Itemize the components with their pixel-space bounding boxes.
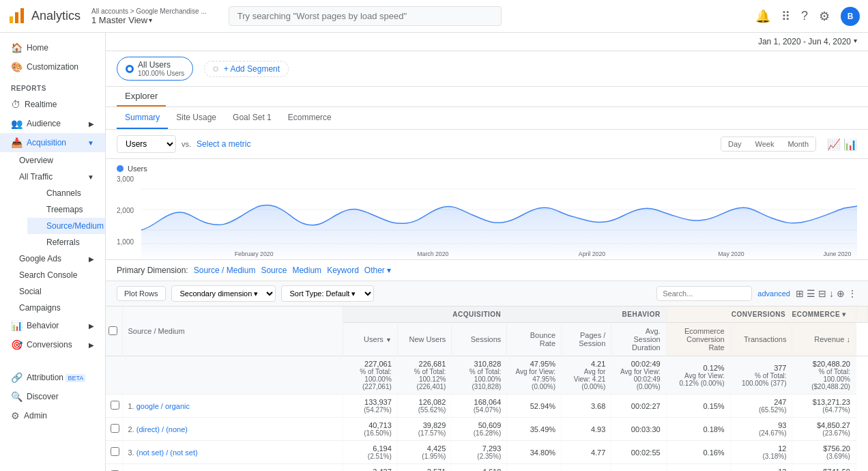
table-icon-pivot[interactable]: ⊟ xyxy=(818,288,826,299)
logo-area: Analytics xyxy=(8,7,81,26)
row-checkbox-2[interactable] xyxy=(106,441,122,464)
settings-icon[interactable]: ⚙ xyxy=(819,9,830,24)
discover-icon: 🔍 xyxy=(11,391,23,402)
sidebar-label-conversions: Conversions xyxy=(27,340,72,349)
sidebar-item-google-ads[interactable]: Google Ads ▶ xyxy=(0,251,105,267)
sidebar-item-acquisition[interactable]: 📥 Acquisition ▼ xyxy=(0,133,105,152)
metric-primary-dropdown[interactable]: Users Sessions xyxy=(117,135,176,153)
plot-rows-button[interactable]: Plot Rows xyxy=(117,286,166,301)
dim-keyword[interactable]: Keyword xyxy=(327,266,359,275)
dim-source[interactable]: Source xyxy=(261,266,287,275)
sidebar-item-realtime[interactable]: ⏱ Realtime xyxy=(0,95,105,114)
sidebar-item-referrals[interactable]: Referrals xyxy=(27,234,105,251)
segment-percent: 100.00% Users xyxy=(138,70,184,77)
th-transactions[interactable]: Transactions xyxy=(730,323,792,356)
row-revenue-3: $741.50 (3.62%) xyxy=(792,464,856,472)
bar-chart-icon[interactable]: 📊 xyxy=(843,138,857,151)
source-link-1[interactable]: (direct) / (none) xyxy=(136,425,188,433)
svg-text:February 2020: February 2020 xyxy=(235,251,274,257)
row-checkbox-0[interactable] xyxy=(106,395,122,418)
primary-dim-label: Primary Dimension: xyxy=(117,266,188,275)
conversions-expand-icon: ▶ xyxy=(89,341,94,349)
row-users-0: 133,937 (54.27%) xyxy=(343,395,398,418)
row-checkbox-3[interactable] xyxy=(106,464,122,472)
sidebar-item-customization[interactable]: 🎨 Customization xyxy=(0,57,105,76)
sidebar-item-discover[interactable]: 🔍 Discover xyxy=(0,387,105,406)
sidebar-item-social[interactable]: Social xyxy=(0,283,105,300)
th-sessions[interactable]: Sessions xyxy=(452,323,507,356)
table-icon-share[interactable]: ⊕ xyxy=(837,288,845,299)
dim-other[interactable]: Other ▾ xyxy=(364,266,391,275)
dim-medium[interactable]: Medium xyxy=(292,266,321,275)
th-new-users[interactable]: New Users xyxy=(397,323,452,356)
row-new-users-0: 126,082 (55.62%) xyxy=(397,395,452,418)
view-selector[interactable]: 1 Master View ▾ xyxy=(91,15,207,25)
sidebar-item-campaigns[interactable]: Campaigns xyxy=(0,300,105,316)
segment-chip-all-users[interactable]: All Users 100.00% Users xyxy=(117,57,193,81)
table-icon-grid[interactable]: ⊞ xyxy=(796,288,804,299)
source-link-2[interactable]: (not set) / (not set) xyxy=(136,448,198,457)
primary-dimension-row: Primary Dimension: Source / Medium Sourc… xyxy=(106,260,868,281)
tab-goal-set[interactable]: Goal Set 1 xyxy=(225,107,280,129)
conversions-dropdown[interactable]: eCommerce ▾ xyxy=(788,309,850,319)
notification-icon[interactable]: 🔔 xyxy=(755,9,770,24)
analytics-logo xyxy=(8,7,27,26)
sidebar-item-source-medium[interactable]: Source/Medium xyxy=(27,218,105,234)
segment-dot xyxy=(126,65,134,73)
sidebar-item-treemaps[interactable]: Treemaps xyxy=(27,201,105,218)
table-row: 2. (direct) / (none) 40,713 (16.50%) 39,… xyxy=(106,418,868,441)
total-revenue: $20,488.20 % of Total: 100.00% ($20,488.… xyxy=(792,356,856,395)
row-ecomm-rate-2: 0.16% xyxy=(666,441,730,464)
time-btn-month[interactable]: Month xyxy=(781,137,815,151)
date-range-arrow[interactable]: ▾ xyxy=(854,37,857,46)
sidebar-item-conversions[interactable]: 🎯 Conversions ▶ xyxy=(0,335,105,354)
source-link-0[interactable]: google / organic xyxy=(136,402,190,410)
line-chart-icon[interactable]: 📈 xyxy=(827,138,841,151)
sidebar-item-search-console[interactable]: Search Console xyxy=(0,267,105,283)
th-revenue[interactable]: Revenue ↓ xyxy=(792,323,856,356)
apps-icon[interactable]: ⠿ xyxy=(781,9,790,24)
sidebar-item-all-traffic[interactable]: All Traffic ▼ xyxy=(0,169,105,185)
row-source-3: 4. google / cpc xyxy=(122,464,343,472)
sidebar-item-overview[interactable]: Overview xyxy=(0,152,105,169)
row-pages-1: 4.93 xyxy=(562,418,611,441)
sidebar-item-home[interactable]: 🏠 Home xyxy=(0,38,105,57)
th-pages-session[interactable]: Pages / Session xyxy=(562,323,611,356)
secondary-dim-select[interactable]: Secondary dimension ▾ xyxy=(171,285,276,302)
th-ecommerce-rate[interactable]: Ecommerce Conversion Rate xyxy=(666,323,730,356)
avatar[interactable]: B xyxy=(841,7,860,26)
th-bounce-rate[interactable]: Bounce Rate xyxy=(507,323,562,356)
th-avg-session[interactable]: Avg. Session Duration xyxy=(611,323,666,356)
tab-site-usage[interactable]: Site Usage xyxy=(168,107,225,129)
table-icon-more[interactable]: ⋮ xyxy=(848,288,857,299)
tab-explorer[interactable]: Explorer xyxy=(117,87,166,106)
row-users-3: 3,427 (1.39%) xyxy=(343,464,398,472)
sidebar-item-attribution[interactable]: 🔗 Attribution BETA xyxy=(0,368,105,387)
date-range[interactable]: Jan 1, 2020 - Jun 4, 2020 xyxy=(758,37,851,46)
sidebar-item-admin[interactable]: ⚙ Admin xyxy=(0,406,105,425)
table-icon-list[interactable]: ☰ xyxy=(807,288,815,299)
select-metric-link[interactable]: Select a metric xyxy=(197,139,250,149)
help-icon[interactable]: ? xyxy=(801,9,808,23)
add-segment-dot xyxy=(213,66,218,72)
time-btn-day[interactable]: Day xyxy=(721,137,749,151)
sort-type-select[interactable]: Sort Type: Default ▾ xyxy=(281,285,374,302)
segment-info: All Users 100.00% Users xyxy=(138,60,184,77)
reports-header: REPORTS xyxy=(0,79,105,95)
search-input[interactable] xyxy=(229,6,502,26)
sidebar-item-audience[interactable]: 👥 Audience ▶ xyxy=(0,114,105,133)
sidebar-item-behavior[interactable]: 📊 Behavior ▶ xyxy=(0,316,105,335)
time-btn-week[interactable]: Week xyxy=(749,137,781,151)
row-checkbox-1[interactable] xyxy=(106,418,122,441)
th-users[interactable]: Users ▼ xyxy=(343,323,398,356)
select-all-checkbox[interactable] xyxy=(108,326,117,335)
add-segment-button[interactable]: + Add Segment xyxy=(204,61,289,77)
table-icon-download[interactable]: ↓ xyxy=(829,288,834,299)
advanced-link[interactable]: advanced xyxy=(757,289,790,298)
chart-svg-container: February 2020 March 2020 April 2020 May … xyxy=(141,175,857,259)
sidebar-item-channels[interactable]: Channels xyxy=(27,185,105,201)
table-search-input[interactable] xyxy=(656,286,752,301)
tab-ecommerce[interactable]: Ecommerce xyxy=(280,107,340,129)
tab-summary[interactable]: Summary xyxy=(117,107,168,129)
dim-source-medium[interactable]: Source / Medium xyxy=(194,266,256,275)
